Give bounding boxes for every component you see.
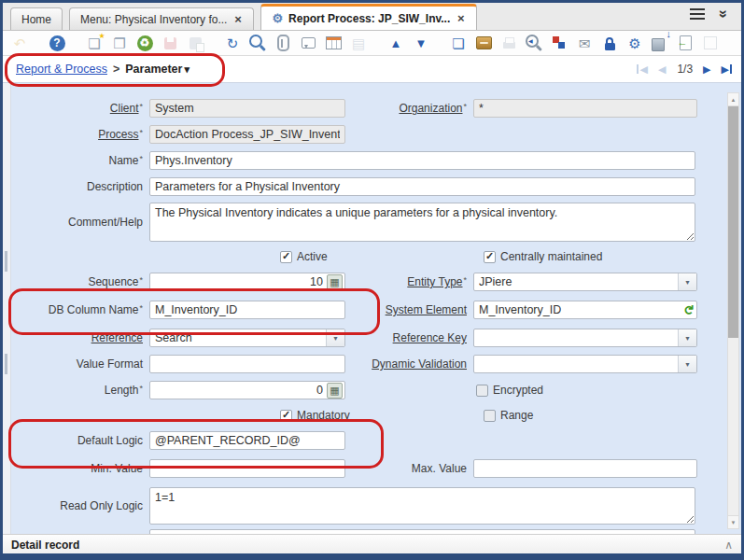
sequence-field[interactable]: [150, 275, 327, 288]
tab-home[interactable]: Home: [10, 7, 63, 30]
zoom-across-icon[interactable]: [524, 33, 544, 53]
min-value-field[interactable]: [149, 459, 345, 478]
workflow-icon[interactable]: [549, 33, 569, 53]
row-comment-help: Comment/Help The Physical Inventory indi…: [3, 203, 741, 242]
row-min-max: Min. Value Max. Value: [3, 458, 741, 479]
comment-help-label: Comment/Help: [12, 216, 149, 229]
range-checkbox-group: Range: [484, 409, 533, 422]
row-length-encrypted: Length Encrypted: [3, 380, 741, 400]
file-import-icon[interactable]: [675, 33, 695, 53]
scroll-up-icon[interactable]: [728, 93, 738, 106]
centrally-maintained-checkbox[interactable]: [484, 251, 496, 263]
db-column-name-field[interactable]: [149, 301, 345, 319]
gear-icon: [272, 12, 283, 24]
read-only-logic-label: Read Only Logic: [12, 499, 149, 512]
client-field: [149, 99, 345, 118]
row-default-logic: Default Logic: [3, 430, 741, 451]
centrally-maintained-label: Centrally maintained: [500, 250, 602, 263]
calculator-icon[interactable]: [327, 274, 343, 290]
system-element-field[interactable]: [474, 303, 683, 316]
tab-report-process-label: Report Process: JP_SIW_Inv...: [288, 12, 450, 25]
dropdown-arrow-icon[interactable]: [678, 273, 696, 290]
mandatory-checkbox[interactable]: [280, 410, 292, 422]
menu-icon[interactable]: [690, 8, 705, 11]
close-icon[interactable]: [456, 13, 466, 23]
vertical-scrollbar[interactable]: [727, 92, 739, 529]
dynamic-validation-combo: [473, 355, 697, 373]
client-label: Client: [12, 102, 149, 115]
read-only-logic-field[interactable]: 1=1: [149, 487, 695, 525]
comment-help-field[interactable]: The Physical Inventory indicates a uniqu…: [149, 203, 695, 242]
new-record-icon[interactable]: ❏: [84, 33, 105, 53]
breadcrumb: Report & Process > Parameter: [16, 63, 190, 76]
lock-icon[interactable]: [599, 33, 620, 53]
detail-record-bar[interactable]: Detail record: [3, 534, 741, 554]
dynamic-validation-field[interactable]: [474, 356, 678, 372]
length-field[interactable]: [150, 384, 327, 397]
description-field[interactable]: [149, 177, 695, 196]
row-process: Process: [3, 124, 741, 145]
grid-toggle-icon[interactable]: [323, 33, 344, 53]
breadcrumb-current-tab[interactable]: Parameter: [125, 63, 190, 76]
save-record-icon: [160, 33, 180, 53]
close-icon[interactable]: [232, 14, 243, 24]
chevron-down-icon: [182, 63, 190, 76]
copy-record-icon[interactable]: ❐: [109, 33, 130, 53]
tab-report-process[interactable]: Report Process: JP_SIW_Inv...: [260, 4, 477, 30]
name-field[interactable]: [149, 151, 695, 170]
dynamic-validation-label: Dynamic Validation: [353, 357, 473, 371]
dropdown-arrow-icon[interactable]: [678, 356, 696, 372]
scrollbar-thumb[interactable]: [728, 106, 738, 338]
requery-icon[interactable]: ↻: [222, 33, 243, 53]
postit-icon: [700, 33, 721, 53]
active-checkbox-group: Active: [280, 250, 484, 263]
row-active-centrally: Active Centrally maintained: [3, 249, 741, 264]
range-checkbox[interactable]: [484, 410, 496, 422]
value-format-field[interactable]: [149, 355, 345, 373]
delete-record-icon[interactable]: ♻: [134, 33, 155, 53]
calculator-icon[interactable]: [327, 383, 343, 399]
check-requests-icon[interactable]: ✉: [574, 33, 595, 53]
double-chevron-down-icon[interactable]: [716, 10, 733, 19]
archive-icon[interactable]: [473, 33, 494, 53]
panel-splitter[interactable]: [3, 83, 11, 534]
centrally-maintained-checkbox-group: Centrally maintained: [484, 250, 602, 263]
reference-key-label: Reference Key: [353, 331, 473, 344]
max-value-field[interactable]: [473, 459, 697, 478]
scroll-down-icon[interactable]: [728, 515, 738, 528]
dropdown-arrow-icon[interactable]: [678, 329, 696, 346]
row-dbcolumn-systemelement: DB Column Name System Element: [3, 300, 741, 320]
reference-field[interactable]: [150, 329, 326, 346]
help-icon[interactable]: ?: [47, 33, 67, 53]
record-navigation: 1/3: [626, 63, 732, 76]
chat-icon[interactable]: [298, 33, 318, 53]
encrypted-checkbox[interactable]: [476, 385, 488, 397]
detail-record-icon[interactable]: ▼: [411, 33, 431, 53]
next-record-icon[interactable]: [703, 63, 710, 76]
last-record-icon[interactable]: [722, 63, 732, 76]
zoom-record-icon[interactable]: [682, 304, 695, 315]
reference-key-field[interactable]: [474, 329, 678, 346]
parent-record-icon[interactable]: ▲: [386, 33, 406, 53]
dropdown-arrow-icon[interactable]: [326, 329, 344, 346]
first-record-icon[interactable]: [637, 63, 647, 76]
breadcrumb-parent-link[interactable]: Report & Process: [16, 63, 107, 76]
row-reference: Reference Reference Key: [3, 328, 741, 348]
row-next-partial: [3, 529, 741, 534]
report-icon[interactable]: ❏: [448, 33, 469, 53]
process-icon[interactable]: ⚙: [625, 33, 645, 53]
db-column-name-label: DB Column Name: [12, 303, 149, 316]
active-checkbox[interactable]: [280, 251, 292, 263]
default-logic-field[interactable]: [149, 431, 345, 450]
tab-home-label: Home: [21, 13, 51, 26]
reference-combo: [149, 329, 345, 347]
previous-record-icon[interactable]: [658, 63, 666, 76]
tab-menu-physical-inventory[interactable]: Menu: Physical Inventory fo...: [69, 7, 254, 30]
export-icon[interactable]: [650, 33, 670, 53]
partial-field[interactable]: [149, 529, 695, 534]
entity-type-field[interactable]: [474, 273, 678, 290]
attachment-icon[interactable]: [273, 33, 293, 53]
encrypted-label: Encrypted: [493, 384, 543, 397]
row-valueformat-validation: Value Format Dynamic Validation: [3, 354, 741, 374]
find-icon[interactable]: [247, 33, 268, 53]
